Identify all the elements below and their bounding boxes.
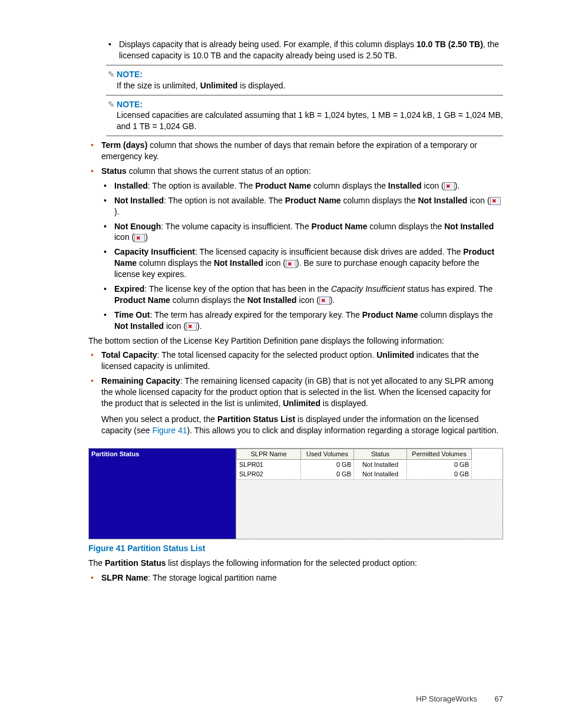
text: Not Installed xyxy=(247,295,297,305)
col-header: Permitted Volumes xyxy=(407,449,472,460)
note-heading: NOTE: xyxy=(117,100,143,109)
text: icon ( xyxy=(114,232,134,242)
text: Installed xyxy=(388,181,422,190)
table-header-row: SLPR Name Used Volumes Status Permitted … xyxy=(236,449,503,460)
text: column displays the xyxy=(170,295,247,305)
text: column displays the xyxy=(367,222,444,231)
note-heading: NOTE: xyxy=(117,70,143,79)
cell: SLPR01 xyxy=(236,460,301,470)
text: Capacity Insufficient xyxy=(331,284,405,294)
divider xyxy=(106,95,503,95)
text: Expired xyxy=(114,284,144,294)
text: Unlimited xyxy=(200,81,238,90)
text: is displayed. xyxy=(320,398,368,408)
text: ). xyxy=(330,295,335,305)
list-item: Capacity Insufficient: The licensed capa… xyxy=(101,246,503,280)
text: : The total licensed capacity for the se… xyxy=(157,350,377,360)
text: When you select a product, the xyxy=(101,414,217,424)
text: Not Installed xyxy=(114,321,164,331)
text: icon ( xyxy=(467,196,490,205)
list-item: Time Out: The term has already expired f… xyxy=(101,309,503,332)
cell: 0 GB xyxy=(301,469,354,479)
text: Installed xyxy=(114,181,148,190)
text: ). xyxy=(197,321,202,331)
text: Product Name xyxy=(114,295,170,305)
text: Product Name xyxy=(362,310,418,319)
text: Capacity Insufficient xyxy=(114,247,195,256)
not-installed-icon xyxy=(186,322,197,331)
not-installed-icon xyxy=(490,197,501,205)
text: Not Installed xyxy=(418,196,467,205)
note-body: Licensed capacities are calculated assum… xyxy=(106,110,503,132)
text: Not Installed xyxy=(444,222,494,231)
text: ) xyxy=(145,232,148,242)
text: Not Installed xyxy=(114,196,164,205)
note-icon: ✎ xyxy=(106,69,117,80)
note-body: If the size is unlimited, Unlimited is d… xyxy=(106,80,503,91)
text: : The term has already expired for the t… xyxy=(150,310,362,319)
cell: 0 GB xyxy=(407,460,472,470)
text: icon ( xyxy=(297,295,319,305)
text: If the size is unlimited, xyxy=(117,81,200,90)
text: column displays the xyxy=(311,181,388,190)
list-item: Displays capacity that is already being … xyxy=(106,39,503,61)
figure-link[interactable]: Figure 41 xyxy=(152,426,187,435)
list-item: Installed: The option is available. The … xyxy=(101,180,503,192)
table-row: SLPR01 0 GB Not Installed 0 GB xyxy=(236,460,503,470)
text: ). This allows you to click and display … xyxy=(187,426,499,435)
page-number: 67 xyxy=(495,694,503,704)
text: Time Out xyxy=(114,310,150,319)
text: The xyxy=(88,558,105,568)
text: SLPR Name xyxy=(101,573,148,582)
text: Status xyxy=(101,166,127,176)
text: column that shows the current status of … xyxy=(127,166,311,176)
text: icon ( xyxy=(164,321,186,331)
figure-caption: Figure 41 Partition Status List xyxy=(88,543,503,554)
divider xyxy=(106,136,503,136)
cell: 0 GB xyxy=(301,460,354,470)
text: Remaining Capacity xyxy=(101,376,180,386)
list-item: Expired: The license key of the option t… xyxy=(101,284,503,306)
text: Unlimited xyxy=(283,398,320,408)
cell: Not Installed xyxy=(354,460,407,470)
installed-icon xyxy=(444,182,455,190)
text: : The option is not available. The xyxy=(164,196,285,205)
col-header: Status xyxy=(354,449,407,460)
text: column displays the xyxy=(137,258,214,268)
text: : The volume capacity is insufficient. T… xyxy=(161,222,311,231)
text: : The storage logical partition name xyxy=(148,573,276,582)
footer-brand: HP StorageWorks xyxy=(416,694,477,703)
text: Partition Status xyxy=(105,558,166,568)
text: Product Name xyxy=(255,181,311,190)
list-item: Term (days) column that shows the number… xyxy=(88,140,503,162)
col-header: SLPR Name xyxy=(236,449,301,460)
note-icon: ✎ xyxy=(106,99,117,110)
cell: Not Installed xyxy=(354,469,407,479)
text: : The option is available. The xyxy=(148,181,255,190)
text: Total Capacity xyxy=(101,350,157,360)
list-item: Remaining Capacity: The remaining licens… xyxy=(88,375,503,436)
text: icon ( xyxy=(263,258,286,268)
text: icon ( xyxy=(422,181,444,190)
text: Displays capacity that is already being … xyxy=(119,39,416,49)
cell: SLPR02 xyxy=(236,469,301,479)
page-footer: HP StorageWorks 67 xyxy=(416,694,503,704)
list-item: Status column that shows the current sta… xyxy=(88,166,503,332)
text: 10.0 TB (2.50 TB) xyxy=(416,39,483,49)
text: : The licensed capacity is insufficient … xyxy=(195,247,463,256)
text: Term (days) xyxy=(101,140,147,150)
text: column displays the xyxy=(341,196,418,205)
text: : The license key of the option that has… xyxy=(144,284,331,294)
text: ). xyxy=(455,181,460,190)
paragraph: The bottom section of the License Key Pa… xyxy=(88,335,503,347)
not-installed-icon xyxy=(319,297,330,305)
partition-status-figure: Partition Status SLPR Name Used Volumes … xyxy=(88,448,503,539)
text: column that shows the number of days tha… xyxy=(101,140,477,161)
text: Product Name xyxy=(285,196,341,205)
text: status has expired. The xyxy=(405,284,492,294)
text: column displays the xyxy=(418,310,493,319)
divider xyxy=(106,65,503,65)
text: Partition Status List xyxy=(217,414,295,424)
text: Product Name xyxy=(312,222,368,231)
partition-sidebar-label: Partition Status xyxy=(89,449,236,539)
